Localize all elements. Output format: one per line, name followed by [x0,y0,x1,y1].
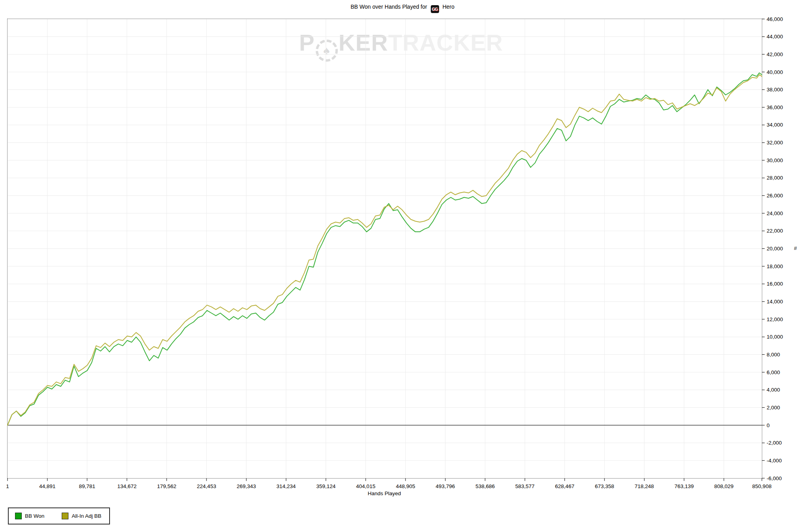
y-tick-label: 2,000 [767,405,780,411]
y-tick-label: 40,000 [767,69,783,75]
chart-canvas[interactable]: 144,89189,781134,672179,562224,453269,34… [8,19,762,478]
x-tick-label: 1 [6,483,9,489]
y-tick-label: 20,000 [767,246,783,252]
gg-poker-site-icon: GG [431,5,439,13]
y-tick-label: 30,000 [767,157,783,163]
y-tick-label: -2,000 [767,440,782,446]
x-tick-label: 224,453 [197,483,216,489]
legend-swatch-all-in-adj-bb [62,513,68,519]
x-tick-label: 538,686 [475,483,495,489]
gridlines [8,19,762,478]
y-tick-label: 38,000 [767,87,783,93]
y-tick-label: 14,000 [767,299,783,305]
y-tick-label: 46,000 [767,16,783,22]
y-tick-label: 0 [767,422,770,428]
y-tick-label: 32,000 [767,140,783,146]
y-tick-label: 24,000 [767,210,783,216]
y-tick-label: 12,000 [767,316,783,322]
y-tick-label: 36,000 [767,104,783,110]
y-tick-label: 8,000 [767,352,780,358]
x-tick-label: 179,562 [157,483,176,489]
y-tick-label: 44,000 [767,34,783,40]
y-tick-label: 22,000 [767,228,783,234]
y-tick-label: 18,000 [767,263,783,269]
x-tick-label: 44,891 [39,483,55,489]
y-tick-label: 28,000 [767,175,783,181]
legend-label-all-in-adj-bb: All-In Adj BB [72,513,101,519]
x-tick-label: 718,248 [635,483,654,489]
legend: BB Won All-In Adj BB [8,507,110,524]
x-tick-label: 763,139 [674,483,694,489]
series-line-all-in-adj-bb [8,75,762,425]
x-axis-title: Hands Played [7,490,761,496]
y-tick-label: 4,000 [767,387,780,393]
x-tick-label: 404,015 [356,483,375,489]
x-tick-label: 493,796 [436,483,455,489]
y-axis-title: # [794,245,797,251]
x-tick-label: 134,672 [117,483,136,489]
x-tick-label: 628,467 [555,483,574,489]
y-axis-ticks: 46,00044,00042,00040,00038,00036,00034,0… [762,16,783,481]
y-tick-label: 10,000 [767,334,783,340]
x-tick-label: 314,234 [277,483,296,489]
x-tick-label: 673,358 [595,483,614,489]
x-tick-label: 583,577 [515,483,534,489]
chart-title-player: Hero [442,4,454,10]
x-tick-label: 269,343 [237,483,256,489]
chart-title-prefix: BB Won over Hands Played for [350,4,427,10]
y-tick-label: 26,000 [767,193,783,199]
x-tick-label: 448,905 [396,483,415,489]
y-tick-label: -4,000 [767,458,782,464]
plot-area[interactable]: P♠KERTRACKER 144,89189,781134,672179,562… [7,19,762,479]
y-tick-label: -6,000 [767,475,782,481]
x-tick-label: 89,781 [79,483,95,489]
y-tick-label: 42,000 [767,51,783,57]
y-tick-label: 34,000 [767,122,783,128]
y-tick-label: 16,000 [767,281,783,287]
legend-item-bb-won: BB Won [15,513,44,519]
x-tick-label: 808,029 [714,483,733,489]
graph-window: BB Won over Hands Played for GG Hero P♠K… [0,0,805,532]
x-tick-label: 359,124 [316,483,335,489]
legend-label-bb-won: BB Won [25,513,44,519]
x-tick-label: 850,908 [752,483,772,489]
y-tick-label: 6,000 [767,369,780,375]
legend-swatch-bb-won [15,513,22,519]
legend-item-all-in-adj-bb: All-In Adj BB [62,513,101,519]
chart-title: BB Won over Hands Played for GG Hero [0,4,805,13]
x-axis-ticks: 144,89189,781134,672179,562224,453269,34… [6,478,771,489]
